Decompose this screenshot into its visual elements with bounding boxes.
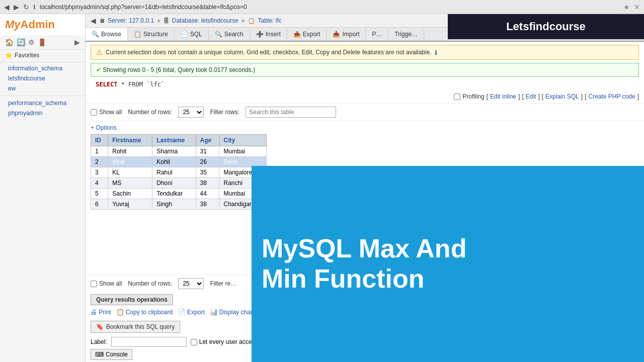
let-every-user-checkbox[interactable] [191,339,197,345]
export-icon: 📤 [293,31,301,38]
table-row[interactable]: 3KLRahul35Mangalore [91,167,267,178]
data-table: ID Firstname Lastname Age City 1RohitSha… [91,134,267,210]
sidebar-db-information-schema[interactable]: information_schema [0,63,85,73]
refresh-icon[interactable]: ↻ [23,3,29,11]
bottom-show-all-label[interactable]: Show all [91,280,122,287]
tab-export[interactable]: 📤 Export [287,28,327,41]
table-row[interactable]: 4MSDhoni38Ranchi [91,178,267,189]
profiling-area: Profiling [ Edit inline ] [ Edit ] [ Exp… [454,93,639,100]
console-btn[interactable]: ⌨ Console [91,349,132,360]
window-close-icon[interactable]: ✕ [634,3,640,11]
options-link[interactable]: + Options [86,121,644,134]
let-every-user-text: Let every user access this bookmark [199,338,297,345]
sidebar-db-phpmyadmin[interactable]: phpmyadmin [0,108,85,118]
home-icon[interactable]: 🏠 [5,38,14,46]
col-firstname[interactable]: Firstname [108,135,152,146]
profiling-row: Profiling [ Edit inline ] [ Edit ] [ Exp… [86,91,644,104]
col-lastname[interactable]: Lastname [152,135,196,146]
col-id[interactable]: ID [91,135,108,146]
tab-p[interactable]: P… [366,28,388,41]
sql-keyword: SELECT [96,81,117,88]
sidebar-db-performance-schema[interactable]: performance_schema [0,98,85,108]
tab-insert[interactable]: ➕ Insert [250,28,287,41]
logout-icon[interactable]: 🚪 [38,38,46,46]
sidebar-db-ew[interactable]: ew [0,83,85,94]
bookmark-label-input[interactable] [111,337,187,347]
cell-lastname: Kohli [152,157,196,167]
bottom-number-rows-label: Number of rows: [128,280,172,287]
show-all-label[interactable]: Show all [91,109,122,116]
settings-icon[interactable]: ⚙ [28,38,35,46]
qro-actions: 🖨 Print 📋 Copy to clipboard 📄 Export 📊 D… [91,307,639,317]
profiling-checkbox[interactable] [454,94,460,100]
database-path-item[interactable]: Database: letsfindcourse [172,17,238,24]
create-php-link[interactable]: Create PHP code [588,93,635,100]
cell-firstname: MS [108,178,152,189]
bookmark-star-icon[interactable]: ★ [623,3,630,11]
sidebar-db-letsfindcourse[interactable]: letsfindcourse [0,73,85,83]
edit-inline-link[interactable]: Edit inline [490,93,516,100]
structure-icon: 📋 [134,31,141,38]
bookmark-section: 🔖 Bookmark this SQL query [86,319,644,335]
let-every-user-label[interactable]: Let every user access this bookmark [191,338,297,345]
forward-icon[interactable]: ▶ [14,3,19,11]
table-row[interactable]: 1RohitSharma31Mumbai [91,146,267,157]
path-sep-2: » [242,17,245,24]
show-all-checkbox[interactable] [91,109,97,116]
print-label: Print [99,309,111,316]
help-icon[interactable]: ℹ [435,49,437,56]
tab-import[interactable]: 📥 Import [327,28,366,41]
qro-print-btn[interactable]: 🖨 Print [91,308,111,316]
bottom-rows-select[interactable]: 25 50 100 [178,278,204,289]
expand-icon[interactable]: ▶ [74,38,80,46]
import-icon: 📥 [333,31,340,38]
cell-age: 26 [196,157,219,167]
favorites-icon: ⭐ [5,52,13,59]
filter-row: Show all Number of rows: 25 50 100 250 F… [86,104,644,121]
rows-select[interactable]: 25 50 100 250 [178,107,204,118]
qro-chart-btn[interactable]: 📊 Display chart [210,308,254,316]
tab-structure[interactable]: 📋 Structure [128,28,175,41]
search-tab-icon: 🔍 [215,31,222,38]
filter-rows-label: Filter rows: [210,109,239,116]
table-row[interactable]: 5SachinTendulkar44Mumbai [91,189,267,199]
tab-search[interactable]: 🔍 Search [209,28,250,41]
cell-lastname: Singh [152,199,196,210]
sidebar-item-favorites[interactable]: ⭐ Favorites [0,50,85,61]
cell-city: Mumbai [219,146,267,157]
explain-sql-link[interactable]: Explain SQL [545,93,579,100]
profiling-label: Profiling [462,93,484,100]
tab-browse[interactable]: 🔍 Browse [86,28,128,42]
edit-link[interactable]: Edit [526,93,536,100]
server-icon: 🖥 [99,18,105,24]
qro-export-btn[interactable]: 📄 Export [178,308,205,316]
warning-text: Current selection does not contain a uni… [106,49,432,56]
table-path-item[interactable]: Table: lfc [258,17,282,24]
refresh-db-icon[interactable]: 🔄 [17,38,25,46]
warning-icon: ⚠ [96,48,103,56]
sep7: ] [637,93,639,100]
col-age[interactable]: Age [196,135,219,146]
sql-icon: 📄 [181,31,188,38]
table-row[interactable]: 2ViratKohli26Delhi [91,157,267,167]
server-path-item[interactable]: Server: 127.0.0.1 [108,17,154,24]
tab-triggers[interactable]: Trigge… [388,28,424,41]
back-icon[interactable]: ◀ [4,3,10,11]
sql-body: * FROM [117,81,146,88]
bottom-show-all-checkbox[interactable] [91,281,97,287]
path-bar: ◀ 🖥 Server: 127.0.0.1 » 🗄 Database: lets… [86,14,644,28]
cell-city: Chandigarh [219,199,267,210]
nav-back-icon[interactable]: ◀ [91,17,96,25]
qro-copy-btn[interactable]: 📋 Copy to clipboard [116,308,173,316]
qro-header: Query results operations [91,294,173,305]
filter-rows-input[interactable] [246,107,336,118]
tab-sql[interactable]: 📄 SQL [175,28,209,41]
qro-section: Query results operations 🖨 Print 📋 Copy … [86,292,644,319]
main-content: ◀ 🖥 Server: 127.0.0.1 » 🗄 Database: lets… [86,14,644,362]
col-city[interactable]: City [219,135,267,146]
cell-city: Delhi [219,157,267,167]
database-icon: 🗄 [164,18,169,24]
browser-bar: ◀ ▶ ↻ ℹ localhost/phpmyadmin/sql.php?ser… [0,0,644,14]
bookmark-btn[interactable]: 🔖 Bookmark this SQL query [91,321,180,333]
table-row[interactable]: 6YuvrajSingh38Chandigarh [91,199,267,210]
